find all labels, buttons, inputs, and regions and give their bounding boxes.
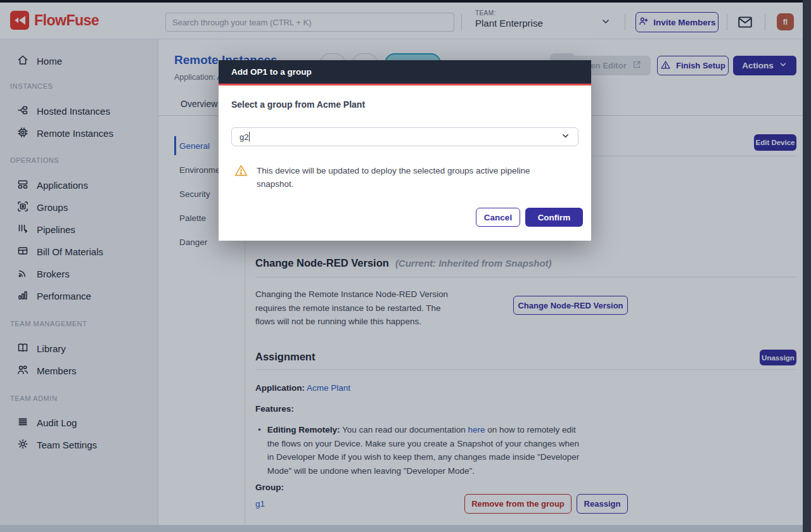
group-select-value: g2 bbox=[239, 132, 248, 142]
dialog-title: Add OP1 to a group bbox=[231, 67, 312, 77]
dialog-header: Add OP1 to a group bbox=[219, 60, 591, 86]
group-select[interactable]: g2 bbox=[231, 127, 578, 146]
screen: FlowFuse TEAM: Plant Enterprise Invite M… bbox=[0, 0, 811, 532]
text-cursor bbox=[249, 132, 250, 142]
warning-text: This device will be updated to deploy th… bbox=[257, 163, 556, 191]
warning-triangle-icon bbox=[234, 163, 248, 191]
add-to-group-dialog: Add OP1 to a group Select a group from A… bbox=[219, 60, 591, 241]
cancel-button[interactable]: Cancel bbox=[476, 208, 520, 227]
confirm-button[interactable]: Confirm bbox=[525, 208, 583, 227]
group-select-label: Select a group from Acme Plant bbox=[231, 99, 365, 110]
chevron-down-icon bbox=[561, 131, 570, 142]
warning-message: This device will be updated to deploy th… bbox=[234, 163, 556, 191]
